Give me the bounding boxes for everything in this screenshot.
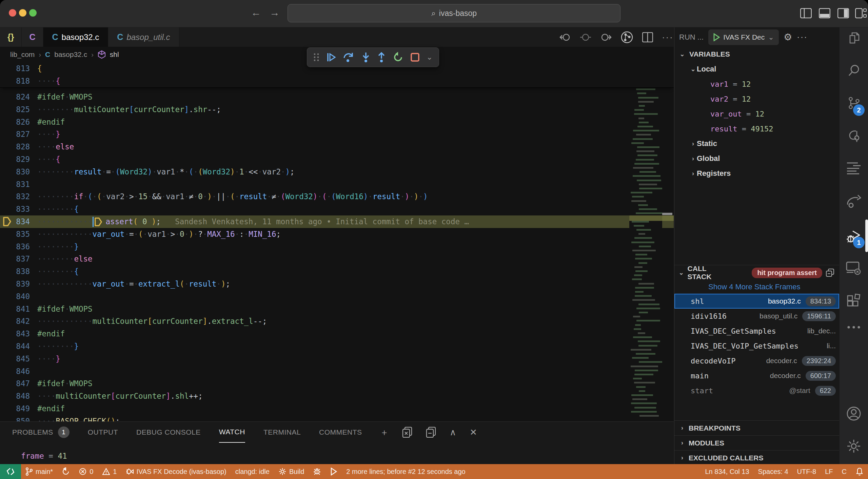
code-line-842[interactable]: 842············multiCounter[currCounter]… [0, 315, 674, 328]
code-line-818[interactable]: 818····{ [0, 75, 674, 87]
run-more-actions-icon[interactable]: ··· [797, 32, 808, 42]
code-line-849[interactable]: 849#endif [0, 402, 674, 415]
code-editor[interactable]: 813{818····{ 824#ifdef·WMOPS825········m… [0, 62, 674, 421]
code-line-827[interactable]: 827····} [0, 128, 674, 141]
add-watch-icon[interactable]: ＋ [380, 426, 389, 438]
status-item-main[interactable]: main* [21, 464, 57, 479]
status-item-lf[interactable]: LF [821, 464, 837, 479]
watch-expression[interactable]: frame = 41 [21, 452, 67, 460]
code-line-848[interactable]: 848····multiCounter[currCounter].shl++; [0, 390, 674, 402]
tab-basop32.c[interactable]: C basop32.c [43, 27, 108, 47]
status-item-1[interactable]: 1 [98, 464, 121, 479]
more-views-icon[interactable] [847, 325, 861, 329]
split-editor-icon[interactable] [642, 32, 653, 42]
step-over-button[interactable] [343, 52, 355, 63]
step-out-button[interactable] [377, 52, 386, 63]
code-line-825[interactable]: 825········multiCounter[currCounter].shr… [0, 103, 674, 116]
nav-dot-circle-icon[interactable] [580, 32, 591, 42]
code-line-833[interactable]: 833········{ [0, 203, 674, 215]
section-EXCLUDED CALLERS[interactable]: ›EXCLUDED CALLERS [674, 450, 839, 465]
scope-Static[interactable]: ›Static [674, 136, 839, 151]
toggle-panel-icon[interactable] [819, 8, 830, 18]
code-line-843[interactable]: 843#endif [0, 328, 674, 340]
drag-grip-icon[interactable] [313, 53, 319, 62]
search-icon[interactable] [847, 63, 861, 78]
close-window-button[interactable] [9, 9, 16, 17]
overview-ruler[interactable] [662, 62, 674, 421]
code-line-839[interactable]: 839············var_out·=·extract_l(·resu… [0, 278, 674, 290]
code-line-831[interactable]: 831 [0, 178, 674, 191]
search-tool-icon[interactable] [847, 128, 861, 143]
code-line-832[interactable]: 832········if·(·(·var2·>·15·&&·var1·≠·0·… [0, 190, 674, 203]
code-line-844[interactable]: 844········} [0, 340, 674, 353]
toggle-secondary-sidebar-icon[interactable] [837, 8, 849, 18]
account-icon[interactable] [846, 406, 861, 421]
remote-explorer-icon[interactable] [846, 261, 862, 275]
breadcrumb-folder[interactable]: lib_com [10, 50, 35, 59]
restart-button[interactable] [393, 52, 403, 63]
scope-Registers[interactable]: ›Registers [674, 166, 839, 181]
status-item-ln834col13[interactable]: Ln 834, Col 13 [701, 464, 753, 479]
code-line-824[interactable]: 824#ifdef·WMOPS [0, 91, 674, 103]
status-item-play[interactable] [326, 464, 342, 479]
code-line-846[interactable]: 846 [0, 365, 674, 378]
more-actions-icon[interactable]: ··· [662, 32, 673, 43]
status-item-utf8[interactable]: UTF-8 [793, 464, 821, 479]
nav-forward-circle-icon[interactable] [600, 32, 612, 42]
close-panel-icon[interactable]: ✕ [470, 427, 477, 438]
code-line-845[interactable]: 845····} [0, 353, 674, 365]
panel-tab-debug-console[interactable]: DEBUG CONSOLE [136, 422, 201, 443]
debug-config-dropdown[interactable]: IVAS FX Dec ⌄ [708, 29, 779, 45]
extensions-icon[interactable] [847, 293, 861, 307]
settings-gear-icon[interactable] [846, 439, 861, 454]
variables-section-header[interactable]: ⌄VARIABLES [674, 47, 839, 62]
status-item-ivas[interactable]: IVAS FX Decode (ivas-basop) [121, 464, 231, 479]
section-MODULES[interactable]: ›MODULES [674, 435, 839, 450]
collapse-all-icon[interactable] [426, 427, 436, 438]
panel-tab-watch[interactable]: WATCH [219, 422, 245, 443]
stop-button[interactable] [410, 53, 420, 62]
pinned-tab-braces[interactable]: {} [0, 27, 22, 47]
drag-handle[interactable] [865, 220, 868, 252]
stack-frame[interactable]: maindecoder.c 600:17 [674, 368, 839, 383]
outline-list-icon[interactable] [846, 162, 861, 174]
stack-frame[interactable]: IVAS_DEC_GetSampleslib_dec... [674, 324, 839, 338]
remote-indicator[interactable] [0, 464, 21, 479]
stack-frame[interactable]: start@start 622 [674, 383, 839, 398]
step-into-button[interactable] [361, 52, 370, 63]
callstack-section-header[interactable]: ⌄CALL STACK hit program assert [674, 265, 839, 280]
code-line-835[interactable]: 835············var_out·=·(·var1·>·0·)·?·… [0, 228, 674, 241]
run-code-map-icon[interactable] [620, 31, 633, 44]
panel-tab-problems[interactable]: PROBLEMS1 [12, 422, 70, 443]
stack-frame[interactable]: shlbasop32.c 834:13 [674, 294, 839, 309]
status-item-clangd[interactable]: clangd: idle [231, 464, 274, 479]
history-forward-icon[interactable]: → [268, 7, 281, 18]
code-line-836[interactable]: 836········} [0, 241, 674, 253]
code-line-830[interactable]: 830········result·=·(Word32)·var1·*·(·(W… [0, 166, 674, 178]
status-item-spaces4[interactable]: Spaces: 4 [754, 464, 793, 479]
panel-tab-output[interactable]: OUTPUT [88, 422, 118, 443]
chevron-down-icon[interactable]: ⌄ [427, 53, 433, 62]
history-back-icon[interactable]: ← [249, 7, 263, 18]
code-line-841[interactable]: 841#ifdef·WMOPS [0, 303, 674, 315]
command-center-search[interactable]: ⌕ ivas-basop [288, 4, 620, 22]
live-share-icon[interactable] [846, 194, 861, 208]
copy-callstack-icon[interactable] [826, 268, 834, 277]
variable-row[interactable]: var1 = 12 [674, 77, 839, 91]
code-line-826[interactable]: 826#endif [0, 116, 674, 128]
breadcrumb-file[interactable]: basop32.c [54, 50, 87, 59]
code-line-840[interactable]: 840 [0, 290, 674, 303]
code-line-850[interactable]: 850····BASOP_CHECK(); [0, 415, 674, 421]
section-BREAKPOINTS[interactable]: ›BREAKPOINTS [674, 420, 839, 435]
status-item-c[interactable]: C [837, 464, 851, 479]
code-line-828[interactable]: 828····else [0, 141, 674, 153]
status-item-2[interactable]: 2 more lines; before #2 12 seconds ago [342, 464, 470, 479]
pinned-tab-c[interactable]: C [22, 27, 43, 47]
remove-all-watch-icon[interactable] [402, 427, 412, 438]
status-item-bug[interactable] [309, 464, 326, 479]
nav-back-circle-icon[interactable] [559, 32, 571, 42]
tab-basop_util.c[interactable]: C basop_util.c [108, 27, 179, 47]
code-line-838[interactable]: 838········{ [0, 265, 674, 278]
code-line-834[interactable]: 834············assert(·0·);Sandesh Venka… [0, 215, 674, 228]
variable-row[interactable]: var2 = 12 [674, 91, 839, 106]
